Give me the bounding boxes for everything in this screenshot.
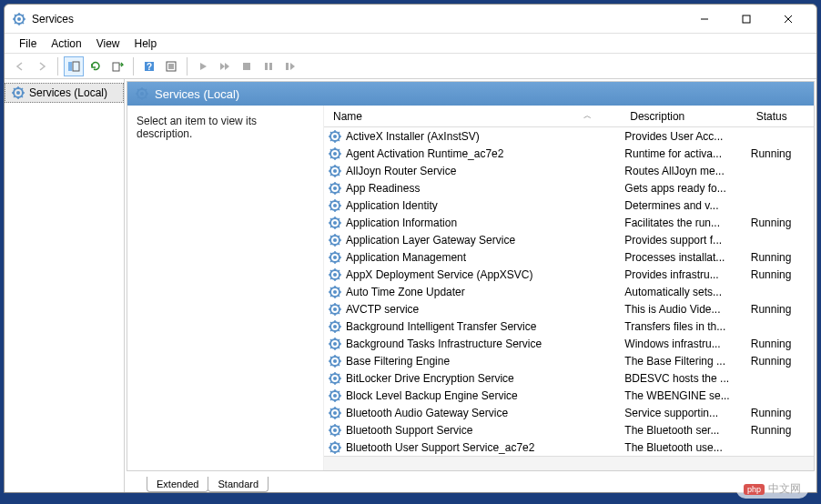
service-row[interactable]: Application InformationFacilitates the r… xyxy=(324,214,814,231)
gear-icon xyxy=(328,440,342,455)
tree-item-services-local[interactable]: Services (Local) xyxy=(5,83,124,103)
service-name: Application Layer Gateway Service xyxy=(346,234,515,247)
service-row[interactable]: AppX Deployment Service (AppXSVC)Provide… xyxy=(324,266,814,283)
stop-button[interactable] xyxy=(237,56,257,76)
header-title: Services (Local) xyxy=(155,87,239,101)
tree-item-label: Services (Local) xyxy=(29,86,107,99)
service-name: AllJoyn Router Service xyxy=(346,165,456,177)
properties-button[interactable] xyxy=(161,56,181,76)
start-all-button[interactable] xyxy=(215,56,235,76)
column-header-name[interactable]: Name ︿ xyxy=(328,106,624,126)
column-header-description[interactable]: Description xyxy=(624,106,750,126)
svg-rect-25 xyxy=(269,63,272,70)
start-button[interactable] xyxy=(193,56,213,76)
service-description: Provides infrastru... xyxy=(624,268,750,281)
service-name: AVCTP service xyxy=(346,303,419,316)
gear-icon xyxy=(328,423,342,438)
gear-icon xyxy=(328,233,342,247)
gear-icon xyxy=(328,146,342,161)
right-pane: Services (Local) Select an item to view … xyxy=(125,79,816,492)
service-row[interactable]: Block Level Backup Engine ServiceThe WBE… xyxy=(324,387,814,404)
svg-rect-23 xyxy=(243,63,250,70)
list-body[interactable]: ActiveX Installer (AxInstSV)Provides Use… xyxy=(324,127,814,456)
help-button[interactable]: ? xyxy=(139,56,159,76)
service-row[interactable]: Base Filtering EngineThe Base Filtering … xyxy=(324,352,814,369)
service-description: Runtime for activa... xyxy=(624,147,750,160)
toolbar-separator xyxy=(133,57,134,76)
back-button[interactable] xyxy=(10,56,30,76)
service-row[interactable]: Application IdentityDetermines and v... xyxy=(324,197,814,214)
gear-icon xyxy=(11,86,25,100)
service-row[interactable]: App ReadinessGets apps ready fo... xyxy=(324,179,814,197)
service-row[interactable]: Background Intelligent Transfer ServiceT… xyxy=(324,318,814,335)
menu-action[interactable]: Action xyxy=(44,35,88,52)
service-row[interactable]: Application ManagementProcesses installa… xyxy=(324,248,814,266)
column-header-status[interactable]: Status xyxy=(751,106,814,126)
menu-file[interactable]: File xyxy=(12,35,44,52)
service-description: This is Audio Vide... xyxy=(624,303,750,316)
gear-icon xyxy=(328,388,342,403)
toolbar-separator xyxy=(187,57,188,76)
service-description: BDESVC hosts the ... xyxy=(624,372,750,385)
service-row[interactable]: ActiveX Installer (AxInstSV)Provides Use… xyxy=(324,127,814,145)
refresh-button[interactable] xyxy=(86,56,106,76)
service-description: Provides support f... xyxy=(624,234,750,247)
service-row[interactable]: AllJoyn Router ServiceRoutes AllJoyn me.… xyxy=(324,162,814,179)
maximize-button[interactable] xyxy=(725,5,767,33)
menu-help[interactable]: Help xyxy=(127,35,165,52)
close-button[interactable] xyxy=(767,5,809,33)
service-row[interactable]: Bluetooth Support ServiceThe Bluetooth s… xyxy=(324,421,814,438)
service-description: The Base Filtering ... xyxy=(624,355,750,368)
export-button[interactable] xyxy=(107,56,127,76)
gear-icon xyxy=(328,216,342,230)
tabs-row: Extended Standard xyxy=(125,472,816,492)
gear-icon xyxy=(328,181,342,196)
restart-button[interactable] xyxy=(280,56,300,76)
service-name: Application Information xyxy=(346,217,457,229)
menubar: File Action View Help xyxy=(5,34,816,54)
tree-pane: Services (Local) xyxy=(5,79,125,492)
titlebar[interactable]: Services xyxy=(5,5,816,34)
window-title: Services xyxy=(32,13,684,25)
app-icon xyxy=(12,12,26,26)
pause-button[interactable] xyxy=(258,56,279,76)
show-hide-tree-button[interactable] xyxy=(64,56,84,76)
service-row[interactable]: AVCTP serviceThis is Audio Vide...Runnin… xyxy=(324,300,814,318)
menu-view[interactable]: View xyxy=(89,35,127,52)
tab-standard[interactable]: Standard xyxy=(208,477,269,492)
service-row[interactable]: Agent Activation Runtime_ac7e2Runtime fo… xyxy=(324,145,814,162)
service-description: Windows infrastru... xyxy=(624,338,750,350)
service-row[interactable]: Application Layer Gateway ServiceProvide… xyxy=(324,231,814,248)
svg-rect-11 xyxy=(743,15,750,23)
service-row[interactable]: Auto Time Zone UpdaterAutomatically sets… xyxy=(324,283,814,300)
service-row[interactable]: Bluetooth User Support Service_ac7e2The … xyxy=(324,438,814,456)
gear-icon xyxy=(328,250,342,265)
gear-icon xyxy=(328,406,342,420)
body-area: Services (Local) Services (Local) Select… xyxy=(5,79,816,492)
service-row[interactable]: BitLocker Drive Encryption ServiceBDESVC… xyxy=(324,369,814,387)
horizontal-scrollbar[interactable] xyxy=(324,456,814,470)
watermark-text: 中文网 xyxy=(768,481,801,497)
service-description: Provides User Acc... xyxy=(624,130,750,143)
service-description: Service supportin... xyxy=(624,407,750,419)
svg-rect-24 xyxy=(265,63,268,70)
service-name: Block Level Backup Engine Service xyxy=(346,389,518,402)
service-status: Running xyxy=(751,147,814,160)
service-row[interactable]: Background Tasks Infrastructure ServiceW… xyxy=(324,335,814,352)
gear-icon xyxy=(328,198,342,213)
service-description: The Bluetooth ser... xyxy=(624,424,750,437)
svg-rect-15 xyxy=(73,62,79,71)
minimize-button[interactable] xyxy=(684,5,725,33)
service-status: Running xyxy=(751,355,814,368)
gear-icon xyxy=(135,86,149,101)
tab-extended[interactable]: Extended xyxy=(147,477,208,492)
forward-button[interactable] xyxy=(32,56,52,76)
service-row[interactable]: Bluetooth Audio Gateway ServiceService s… xyxy=(324,404,814,421)
service-name: BitLocker Drive Encryption Service xyxy=(346,372,514,385)
list-header: Name ︿ Description Status xyxy=(324,106,814,127)
gear-icon xyxy=(328,302,342,317)
service-name: ActiveX Installer (AxInstSV) xyxy=(346,130,480,143)
service-description: Gets apps ready fo... xyxy=(624,182,750,195)
gear-icon xyxy=(328,285,342,299)
service-name: Bluetooth Audio Gateway Service xyxy=(346,407,508,419)
